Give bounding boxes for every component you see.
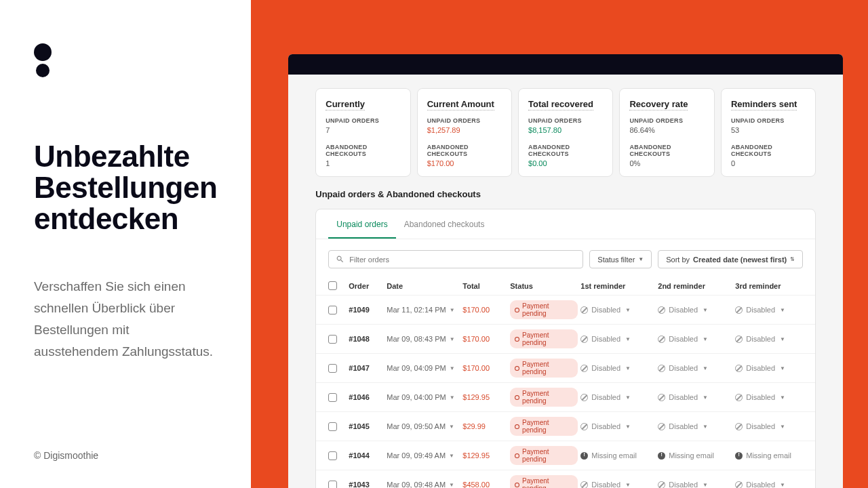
stat-card: Current Amount UNPAID ORDERS $1,257.89 A… <box>417 88 512 177</box>
chevron-down-icon: ▼ <box>449 453 454 459</box>
status-dot-icon <box>515 366 519 371</box>
logo-dot-icon <box>36 64 50 77</box>
col-total: Total <box>462 282 507 290</box>
reminder-cell[interactable]: Disabled▼ <box>735 306 803 314</box>
reminder-cell[interactable]: Disabled▼ <box>580 306 655 314</box>
stat-title: Total recovered <box>528 99 593 110</box>
status-filter-button[interactable]: Status filter ▼ <box>589 250 652 268</box>
stat-label: UNPAID ORDERS <box>629 117 704 124</box>
search-input[interactable] <box>349 256 576 264</box>
order-date[interactable]: Mar 09, 04:00 PM▼ <box>387 393 460 401</box>
row-checkbox[interactable] <box>328 422 337 431</box>
stat-title: Recovery rate <box>629 99 688 110</box>
stat-label: UNPAID ORDERS <box>427 117 502 124</box>
order-id[interactable]: #1047 <box>349 364 384 372</box>
app-topbar <box>288 54 843 75</box>
order-id[interactable]: #1048 <box>349 335 384 343</box>
status-dot-icon <box>515 424 519 429</box>
row-checkbox[interactable] <box>328 335 337 344</box>
table-row: #1043 Mar 09, 09:48 AM▼ $458.00 Payment … <box>316 470 815 488</box>
stat-card: Currently UNPAID ORDERS 7 ABANDONED CHEC… <box>315 88 410 177</box>
sort-button[interactable]: Sort by Created date (newest first) ⇅ <box>658 250 803 268</box>
reminder-cell: Missing email <box>658 451 732 460</box>
status-badge: Payment pending <box>510 359 578 378</box>
chevron-down-icon: ▼ <box>450 365 455 371</box>
table-row: #1047 Mar 09, 04:09 PM▼ $170.00 Payment … <box>316 353 815 382</box>
order-date[interactable]: Mar 09, 09:50 AM▼ <box>387 422 460 430</box>
order-total: $129.95 <box>462 451 507 460</box>
reminder-cell[interactable]: Disabled▼ <box>658 481 732 488</box>
stat-label: ABANDONED CHECKOUTS <box>528 144 603 157</box>
stat-label: ABANDONED CHECKOUTS <box>731 144 806 157</box>
order-id[interactable]: #1045 <box>349 422 384 430</box>
disabled-icon <box>735 306 743 314</box>
reminder-cell[interactable]: Disabled▼ <box>735 393 803 401</box>
warning-icon <box>735 452 743 460</box>
row-checkbox[interactable] <box>328 306 337 314</box>
order-date[interactable]: Mar 09, 09:48 AM▼ <box>387 481 460 488</box>
order-date[interactable]: Mar 11, 02:14 PM▼ <box>387 306 460 314</box>
copyright: © Digismoothie <box>34 450 217 461</box>
page-headline: Unbezahlte Bestellungen entdecken <box>34 141 217 235</box>
reminder-cell[interactable]: Disabled▼ <box>580 481 655 488</box>
search-input-wrapper[interactable] <box>328 250 583 268</box>
stat-title: Current Amount <box>427 99 494 110</box>
chevron-down-icon: ▼ <box>450 394 455 401</box>
tab-abandoned-checkouts[interactable]: Abandoned checkouts <box>396 209 493 239</box>
row-checkbox[interactable] <box>328 481 337 489</box>
table-row: #1046 Mar 09, 04:00 PM▼ $129.95 Payment … <box>316 382 815 411</box>
status-badge: Payment pending <box>510 446 578 465</box>
disabled-icon <box>735 423 743 430</box>
order-total: $458.00 <box>462 481 507 488</box>
stat-value: 86.64% <box>629 126 704 134</box>
order-date[interactable]: Mar 09, 09:49 AM▼ <box>387 451 460 460</box>
disabled-icon <box>658 306 665 314</box>
sort-icon: ⇅ <box>790 256 795 262</box>
chevron-down-icon: ▼ <box>780 307 785 313</box>
reminder-cell[interactable]: Disabled▼ <box>658 422 732 430</box>
chevron-down-icon: ▼ <box>625 424 631 430</box>
reminder-cell[interactable]: Disabled▼ <box>735 335 803 343</box>
disabled-icon <box>580 365 588 372</box>
row-checkbox[interactable] <box>328 393 337 402</box>
table-row: #1044 Mar 09, 09:49 AM▼ $129.95 Payment … <box>316 441 815 470</box>
stat-label: UNPAID ORDERS <box>528 117 603 124</box>
reminder-cell[interactable]: Disabled▼ <box>658 364 732 372</box>
reminder-cell[interactable]: Disabled▼ <box>658 393 732 401</box>
col-status: Status <box>510 282 578 290</box>
order-total: $170.00 <box>462 335 507 343</box>
order-id[interactable]: #1043 <box>349 481 384 488</box>
section-title: Unpaid orders & Abandoned checkouts <box>315 189 816 199</box>
reminder-cell[interactable]: Disabled▼ <box>735 422 803 430</box>
reminder-cell[interactable]: Disabled▼ <box>735 364 803 372</box>
order-total: $170.00 <box>462 364 507 372</box>
reminder-cell[interactable]: Disabled▼ <box>658 335 732 343</box>
order-id[interactable]: #1046 <box>349 393 384 401</box>
reminder-cell[interactable]: Disabled▼ <box>735 481 803 488</box>
row-checkbox[interactable] <box>328 451 337 460</box>
reminder-cell[interactable]: Disabled▼ <box>580 422 655 430</box>
order-date[interactable]: Mar 09, 04:09 PM▼ <box>387 364 460 372</box>
order-total: $129.95 <box>462 393 507 401</box>
row-checkbox[interactable] <box>328 364 337 373</box>
reminder-cell[interactable]: Disabled▼ <box>580 393 655 401</box>
select-all-checkbox[interactable] <box>328 281 337 290</box>
reminder-cell[interactable]: Disabled▼ <box>580 364 655 372</box>
status-dot-icon <box>515 483 519 487</box>
order-id[interactable]: #1049 <box>349 306 384 314</box>
disabled-icon <box>658 365 665 372</box>
order-date[interactable]: Mar 09, 08:43 PM▼ <box>387 335 460 343</box>
disabled-icon <box>580 423 588 430</box>
order-id[interactable]: #1044 <box>349 451 384 460</box>
reminder-cell[interactable]: Disabled▼ <box>580 335 655 343</box>
reminder-cell: Missing email <box>735 451 803 460</box>
chevron-down-icon: ▼ <box>780 424 785 430</box>
chevron-down-icon: ▼ <box>625 394 631 401</box>
order-total: $170.00 <box>462 306 507 314</box>
reminder-cell[interactable]: Disabled▼ <box>658 306 732 314</box>
table-row: #1045 Mar 09, 09:50 AM▼ $29.99 Payment p… <box>316 411 815 441</box>
tab-unpaid-orders[interactable]: Unpaid orders <box>328 209 395 239</box>
logo <box>34 43 217 80</box>
logo-dot-icon <box>34 43 52 61</box>
stat-value: $8,157.80 <box>528 126 603 134</box>
